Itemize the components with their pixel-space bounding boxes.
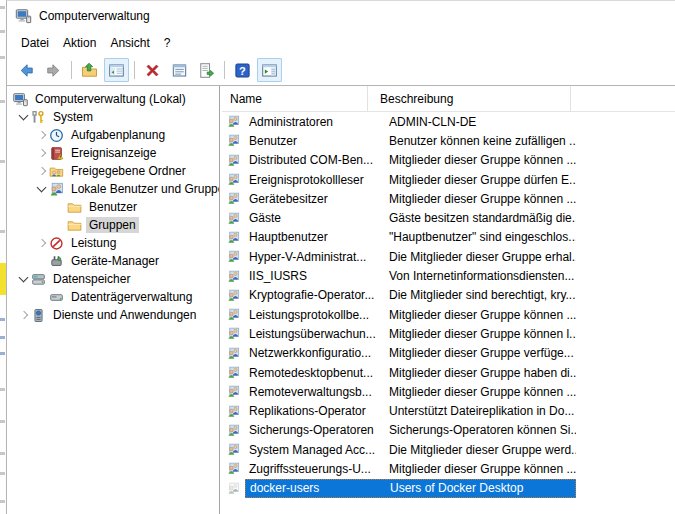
tree-item-dienste-und-anwendungen[interactable]: Dienste und Anwendungen (7, 306, 219, 324)
menu-item-aktion[interactable]: Aktion (56, 33, 103, 53)
group-name: Gäste (245, 211, 377, 225)
tree-item-lokale-benutzer-und-gruppen[interactable]: Lokale Benutzer und Gruppen (7, 180, 219, 198)
menu-item-ansicht[interactable]: Ansicht (103, 33, 156, 53)
group-icon (222, 115, 245, 128)
background-text-fragment (0, 56, 5, 59)
chevron-right-icon[interactable] (35, 144, 49, 162)
background-text-fragment (0, 388, 5, 391)
group-row-netzwerkkonfiguratio-[interactable]: Netzwerkkonfiguratio...Mitglieder dieser… (222, 344, 675, 363)
folder-icon (67, 218, 82, 233)
chevron-right-icon[interactable] (35, 162, 49, 180)
group-row-hauptbenutzer[interactable]: Hauptbenutzer"Hauptbenutzer" sind einges… (222, 228, 675, 247)
chevron-placeholder (35, 252, 49, 270)
tree-item-leistung[interactable]: Leistung (7, 234, 219, 252)
menu-item-help[interactable]: ? (157, 33, 178, 53)
export-list-button[interactable] (194, 58, 219, 82)
tree-item-geräte-manager[interactable]: Geräte-Manager (7, 252, 219, 270)
chevron-right-icon[interactable] (35, 126, 49, 144)
tree-item-ereignisanzeige[interactable]: Ereignisanzeige (7, 144, 219, 162)
group-row-zugriffssteuerungs-u-[interactable]: Zugriffssteuerungs-U...Mitglieder dieser… (222, 459, 675, 478)
group-row-gerätebesitzer[interactable]: GerätebesitzerMitglieder dieser Gruppe k… (222, 189, 675, 208)
menu-item-datei[interactable]: Datei (14, 33, 56, 53)
back-button[interactable] (14, 58, 39, 82)
up-one-level-button[interactable] (77, 58, 102, 82)
tree-item-system[interactable]: System (7, 108, 219, 126)
background-text-fragment (0, 500, 5, 503)
row-selection-area: GerätebesitzerMitglieder dieser Gruppe k… (245, 189, 576, 208)
tree-item-benutzer[interactable]: Benutzer (7, 198, 219, 216)
screen: Computerverwaltung DateiAktionAnsicht? ?… (0, 0, 675, 514)
console-tree-icon (108, 62, 125, 79)
group-row-system-managed-acc-[interactable]: System Managed Acc...Die Mitglieder dies… (222, 440, 675, 459)
group-row-hyper-v-administrat-[interactable]: Hyper-V-Administrat...Die Mitglieder die… (222, 247, 675, 266)
group-name: Leistungsüberwachun... (245, 327, 377, 341)
chevron-down-icon[interactable] (35, 180, 49, 198)
group-row-sicherungs-operatoren[interactable]: Sicherungs-OperatorenSicherungs-Operator… (222, 421, 675, 440)
group-icon (222, 231, 245, 244)
group-description: Mitglieder dieser Gruppe können ... (377, 153, 576, 167)
properties-window-icon (171, 62, 188, 79)
folder-up-icon (81, 62, 98, 79)
group-row-docker-users[interactable]: docker-usersUsers of Docker Desktop (222, 479, 675, 498)
group-description: Sicherungs-Operatoren können Si... (377, 423, 576, 437)
group-row-remotedesktopbenut-[interactable]: Remotedesktopbenut...Mitglieder dieser G… (222, 363, 675, 382)
help-icon: ? (234, 62, 251, 79)
group-row-benutzer[interactable]: BenutzerBenutzer können keine zufälligen… (222, 131, 675, 150)
group-name: Sicherungs-Operatoren (245, 423, 377, 437)
group-row-administratoren[interactable]: AdministratorenADMIN-CLN-DE (222, 112, 675, 131)
group-name: Leistungsprotokollbe... (245, 308, 377, 322)
row-selection-area: Leistungsprotokollbe...Mitglieder dieser… (245, 305, 576, 324)
chevron-placeholder (35, 288, 49, 306)
chevron-right-icon[interactable] (17, 306, 31, 324)
title-bar[interactable]: Computerverwaltung (7, 1, 675, 31)
show-console-tree-button[interactable] (104, 58, 129, 82)
tree-item-computerverwaltung-lokal-[interactable]: Computerverwaltung (Lokal) (7, 90, 219, 108)
group-icon (222, 385, 245, 398)
tree-item-datenspeicher[interactable]: Datenspeicher (7, 270, 219, 288)
group-name: System Managed Acc... (245, 443, 377, 457)
group-name: Hauptbenutzer (245, 230, 377, 244)
group-row-iis-iusrs[interactable]: IIS_IUSRSVon Internetinformationsdienste… (222, 266, 675, 285)
group-row-leistungsüberwachun-[interactable]: Leistungsüberwachun...Mitglieder dieser … (222, 324, 675, 343)
column-header-description[interactable]: Beschreibung (368, 86, 571, 111)
group-row-kryptografie-operator-[interactable]: Kryptografie-Operator...Die Mitglieder s… (222, 286, 675, 305)
row-selection-area: GästeGäste besitzen standardmäßig die... (245, 208, 576, 227)
row-selection-area: Netzwerkkonfiguratio...Mitglieder dieser… (245, 344, 576, 363)
group-icon (222, 289, 245, 302)
group-icon (222, 443, 245, 456)
chevron-down-icon[interactable] (17, 270, 31, 288)
toolbar-separator (224, 61, 225, 79)
group-row-replikations-operator[interactable]: Replikations-OperatorUnterstützt Dateire… (222, 401, 675, 420)
chevron-down-icon[interactable] (17, 108, 31, 126)
row-selection-area: Remoteverwaltungsb...Mitglieder dieser G… (245, 382, 576, 401)
group-icon (222, 250, 245, 263)
properties-button[interactable] (167, 58, 192, 82)
help-button[interactable]: ? (230, 58, 255, 82)
group-description: Mitglieder dieser Gruppe können ... (377, 462, 576, 476)
column-header-empty (571, 86, 675, 111)
tree-item-aufgabenplanung[interactable]: Aufgabenplanung (7, 126, 219, 144)
console-tree: Computerverwaltung (Lokal)SystemAufgaben… (7, 86, 220, 514)
shared-folder-icon (49, 164, 64, 179)
tree-item-gruppen[interactable]: Gruppen (7, 216, 219, 234)
tree-item-datenträgerverwaltung[interactable]: Datenträgerverwaltung (7, 288, 219, 306)
column-header-name[interactable]: Name (222, 86, 368, 111)
group-description: ADMIN-CLN-DE (377, 115, 576, 129)
delete-button[interactable] (140, 58, 165, 82)
users-group-icon (49, 182, 64, 197)
background-text-fragment (0, 100, 5, 103)
group-description: Unterstützt Dateireplikation in Do... (377, 404, 576, 418)
forward-button[interactable] (41, 58, 66, 82)
tree-item-freigegebene-ordner[interactable]: Freigegebene Ordner (7, 162, 219, 180)
tree-item-label: Ereignisanzeige (68, 145, 159, 161)
group-row-leistungsprotokollbe-[interactable]: Leistungsprotokollbe...Mitglieder dieser… (222, 305, 675, 324)
group-row-remoteverwaltungsb-[interactable]: Remoteverwaltungsb...Mitglieder dieser G… (222, 382, 675, 401)
chevron-right-icon[interactable] (35, 234, 49, 252)
group-row-ereignisprotokollleser[interactable]: EreignisprotokollleserMitglieder dieser … (222, 170, 675, 189)
group-row-distributed-com-ben-[interactable]: Distributed COM-Ben...Mitglieder dieser … (222, 151, 675, 170)
group-row-gäste[interactable]: GästeGäste besitzen standardmäßig die... (222, 208, 675, 227)
group-description: Mitglieder dieser Gruppe können ... (377, 308, 576, 322)
back-arrow-icon (18, 62, 35, 79)
show-action-pane-button[interactable] (257, 58, 282, 82)
group-name: IIS_IUSRS (245, 269, 377, 283)
